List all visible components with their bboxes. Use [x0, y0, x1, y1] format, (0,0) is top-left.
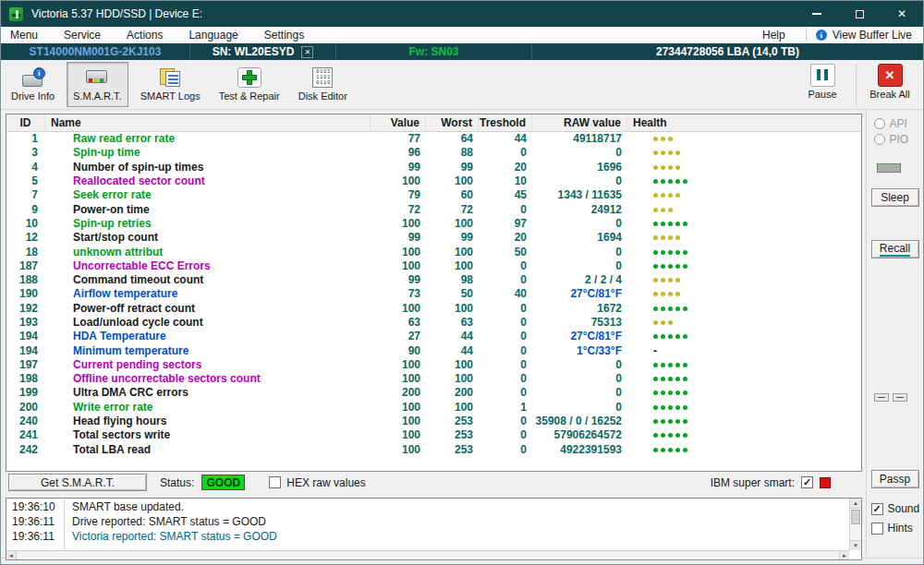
health-dot — [661, 448, 665, 452]
table-row[interactable]: 188Command timeout count999802 / 2 / 4 — [6, 273, 861, 287]
table-row[interactable]: 18unknown attribut100100500 — [6, 245, 861, 258]
table-row[interactable]: 192Power-off retract count10010001672 — [6, 302, 861, 316]
health-dot — [653, 222, 658, 226]
passp-button[interactable]: Passp — [871, 470, 919, 488]
log-area: 19:36:10SMART base updated.19:36:11Drive… — [6, 498, 862, 560]
hints-checkbox-row[interactable]: Hints — [871, 522, 919, 535]
cell-worst: 100 — [426, 358, 479, 372]
cell-treshold: 0 — [479, 203, 532, 217]
cell-raw-value: 0 — [532, 174, 627, 188]
cell-id: 194 — [6, 330, 45, 343]
health-dot — [675, 264, 680, 269]
menu-item-service[interactable]: Service — [64, 29, 101, 42]
table-row[interactable]: 12Start/stop count9999201694 — [6, 231, 861, 245]
view-buffer-live-button[interactable]: View Buffer Live — [816, 29, 912, 42]
cell-health — [627, 193, 861, 198]
pause-button[interactable]: Pause — [796, 64, 848, 100]
header-health[interactable]: Health — [627, 114, 861, 131]
cell-raw-value: 49118717 — [532, 132, 627, 146]
hex-raw-values-checkbox[interactable] — [269, 476, 281, 488]
smart-table-body: 1Raw read error rate776444491187173Spin-… — [6, 132, 861, 457]
cell-raw-value: 57906264572 — [532, 428, 627, 442]
sound-checkbox[interactable] — [871, 503, 883, 515]
test-repair-button[interactable]: Test & Repair — [213, 62, 286, 107]
scroll-thumb[interactable] — [851, 510, 860, 524]
menu-item-settings[interactable]: Settings — [264, 29, 304, 42]
scroll-up-icon[interactable]: ▲ — [850, 499, 861, 509]
log-vertical-scrollbar[interactable]: ▲ ▼ — [849, 499, 861, 550]
table-row[interactable]: 9Power-on time7272024912 — [6, 202, 861, 216]
get-smart-button[interactable]: Get S.M.A.R.T. — [8, 474, 147, 491]
table-row[interactable]: 1Raw read error rate77644449118717 — [6, 132, 861, 146]
left-pane: ID Name Value Worst Treshold RAW value H… — [1, 110, 866, 558]
cell-name: Reallocated sector count — [45, 174, 371, 188]
table-row[interactable]: 241Total sectors write100253057906264572 — [6, 428, 861, 442]
pio-radio[interactable] — [874, 134, 885, 145]
table-row[interactable]: 187Uncorrectable ECC Errors10010000 — [6, 259, 861, 273]
health-dot — [653, 320, 658, 325]
header-value[interactable]: Value — [371, 114, 426, 131]
minimize-button[interactable] — [796, 1, 838, 27]
table-row[interactable]: 198Offline uncorrectable sectors count10… — [6, 372, 861, 386]
smart-logs-button[interactable]: SMART Logs — [134, 62, 207, 107]
device-model[interactable]: ST14000NM001G-2KJ103 — [1, 43, 190, 60]
header-raw[interactable]: RAW value — [532, 114, 627, 131]
table-row[interactable]: 194HDA Temperature2744027°C/81°F — [6, 330, 861, 343]
health-dot — [675, 150, 680, 155]
api-radio[interactable] — [874, 118, 885, 129]
scroll-left-icon[interactable]: ◄ — [6, 551, 17, 559]
hints-checkbox[interactable] — [871, 523, 883, 535]
header-name[interactable]: Name — [45, 114, 371, 131]
menu-item-help[interactable]: Help — [762, 29, 785, 42]
api-radio-row[interactable]: API — [874, 117, 917, 130]
menu-item-actions[interactable]: Actions — [127, 29, 163, 42]
header-worst[interactable]: Worst — [426, 114, 479, 131]
pio-radio-row[interactable]: PIO — [874, 133, 917, 146]
health-dot — [653, 448, 658, 452]
cell-health — [627, 405, 861, 410]
test-repair-label: Test & Repair — [219, 90, 280, 102]
table-row[interactable]: 5Reallocated sector count100100100 — [6, 174, 861, 188]
maximize-button[interactable] — [838, 1, 881, 27]
close-button[interactable] — [881, 1, 923, 27]
table-row[interactable]: 193Load/unload cycle count6363075313 — [6, 316, 861, 330]
menu-item-menu[interactable]: Menu — [10, 29, 38, 42]
scroll-down-icon[interactable]: ▼ — [850, 540, 861, 550]
health-dot — [668, 363, 673, 367]
disk-editor-label: Disk Editor — [298, 90, 347, 102]
table-row[interactable]: 194Minimum temperature904401°C/33°F- — [6, 343, 861, 357]
table-row[interactable]: 190Airflow temperature73504027°C/81°F — [6, 287, 861, 301]
device-bar: ST14000NM001G-2KJ103 SN: WL20ESYD Fw: SN… — [1, 43, 923, 60]
scroll-right-icon[interactable]: ► — [839, 551, 849, 559]
log-horizontal-scrollbar[interactable]: ◄ ► — [6, 550, 849, 559]
health-dot — [675, 165, 680, 170]
header-treshold[interactable]: Treshold — [479, 114, 532, 131]
table-row[interactable]: 4Number of spin-up times9999201696 — [6, 161, 861, 174]
health-dot — [675, 222, 680, 226]
table-row[interactable]: 199Ultra DMA CRC errors20020000 — [6, 386, 861, 400]
recall-button[interactable]: Recall — [871, 240, 919, 258]
health-dot — [668, 278, 673, 282]
health-dot — [675, 391, 680, 395]
table-row[interactable]: 7Seek error rate7960451343 / 11635 — [6, 188, 861, 202]
smart-button[interactable]: S.M.A.R.T. — [67, 62, 128, 107]
table-row[interactable]: 200Write error rate10010010 — [6, 401, 861, 415]
table-row[interactable]: 240Head flying hours100253035908 / 0 / 1… — [6, 415, 861, 428]
activity-led — [877, 163, 901, 173]
header-id[interactable]: ID — [6, 114, 45, 131]
device-serial[interactable]: SN: WL20ESYD — [190, 43, 336, 60]
disk-editor-button[interactable]: Disk Editor — [292, 62, 354, 107]
serial-close-icon[interactable] — [301, 46, 313, 58]
table-row[interactable]: 197Current pending sectors10010000 — [6, 358, 861, 372]
sound-checkbox-row[interactable]: Sound — [871, 502, 919, 515]
menu-item-language[interactable]: Language — [188, 29, 237, 42]
sleep-button[interactable]: Sleep — [871, 188, 919, 207]
ibm-super-smart-checkbox[interactable] — [801, 476, 813, 488]
stepper-right[interactable] — [893, 393, 907, 402]
table-row[interactable]: 10Spin-up retries100100970 — [6, 217, 861, 231]
drive-info-button[interactable]: Drive Info — [5, 62, 61, 107]
table-row[interactable]: 242Total LBA read10025304922391593 — [6, 443, 861, 457]
stepper-left[interactable] — [874, 393, 889, 402]
table-row[interactable]: 3Spin-up time968800 — [6, 146, 861, 160]
break-all-button[interactable]: Break All — [864, 64, 916, 100]
